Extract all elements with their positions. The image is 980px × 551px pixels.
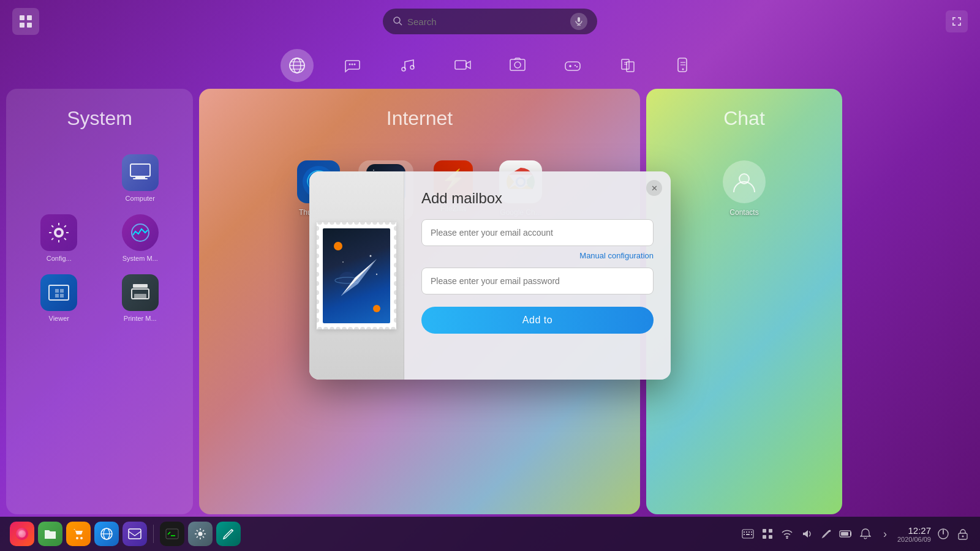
desktop: System Computer	[0, 0, 980, 551]
svg-point-63	[330, 222, 334, 225]
svg-point-97	[317, 318, 319, 323]
svg-point-94	[317, 290, 319, 295]
svg-point-73	[391, 222, 396, 225]
svg-point-87	[317, 226, 319, 231]
svg-point-74	[317, 327, 322, 329]
svg-point-67	[354, 222, 359, 225]
svg-point-81	[360, 327, 365, 329]
dialog-close-button[interactable]: ✕	[646, 180, 662, 196]
svg-point-104	[394, 281, 396, 286]
svg-point-65	[342, 222, 347, 225]
svg-point-106	[394, 299, 396, 304]
email-input[interactable]	[421, 219, 654, 246]
svg-point-61	[317, 222, 322, 225]
svg-point-84	[379, 327, 383, 329]
svg-point-88	[317, 235, 319, 240]
svg-point-111	[375, 273, 377, 274]
svg-point-86	[391, 327, 396, 329]
svg-point-85	[385, 327, 390, 329]
svg-point-66	[348, 222, 353, 225]
svg-point-72	[385, 222, 390, 225]
dialog-illustration	[309, 171, 404, 380]
add-mailbox-dialog: ✕	[309, 171, 671, 380]
svg-point-92	[317, 272, 319, 277]
manual-configuration-link[interactable]: Manual configuration	[579, 251, 654, 260]
password-input[interactable]	[421, 268, 654, 294]
svg-point-83	[372, 327, 377, 329]
svg-point-70	[372, 222, 377, 225]
svg-point-102	[394, 263, 396, 268]
svg-point-69	[366, 222, 371, 225]
svg-point-96	[317, 309, 319, 313]
svg-point-109	[369, 255, 371, 257]
svg-point-100	[394, 244, 396, 249]
svg-point-77	[336, 327, 341, 329]
svg-point-99	[394, 235, 396, 240]
svg-point-93	[317, 281, 319, 286]
svg-point-103	[394, 272, 396, 277]
svg-point-90	[317, 253, 319, 258]
svg-point-80	[354, 327, 359, 329]
svg-point-101	[394, 253, 396, 258]
add-to-button[interactable]: Add to	[421, 307, 654, 334]
svg-point-62	[323, 222, 328, 225]
svg-point-75	[323, 327, 328, 329]
svg-point-68	[360, 222, 365, 225]
svg-point-95	[317, 299, 319, 304]
svg-point-107	[394, 309, 396, 313]
svg-point-78	[342, 327, 347, 329]
dialog-overlay: ✕	[0, 0, 980, 551]
svg-point-76	[330, 327, 334, 329]
dialog-title: Add mailbox	[421, 190, 654, 207]
dialog-form: Add mailbox Manual configuration Add to	[404, 171, 671, 380]
svg-point-89	[317, 244, 319, 249]
svg-point-105	[394, 290, 396, 295]
svg-point-108	[394, 318, 396, 323]
svg-point-91	[317, 263, 319, 268]
svg-point-98	[394, 226, 396, 231]
svg-point-64	[336, 222, 341, 225]
svg-point-79	[348, 327, 353, 329]
svg-point-82	[366, 327, 371, 329]
svg-point-71	[379, 222, 383, 225]
svg-point-110	[342, 261, 344, 263]
